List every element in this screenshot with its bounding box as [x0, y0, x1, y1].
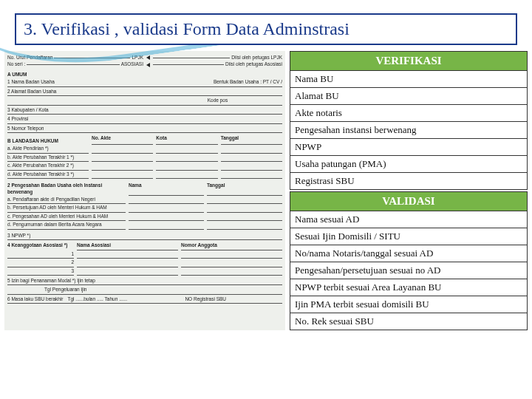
label: ASOSIASI [121, 61, 143, 67]
label: 2 Alamat Badan Usaha [7, 89, 57, 95]
label: 5 Izin bagi Penanaman Modal *) Ijin teta… [7, 278, 95, 284]
label: Bentuk Badan Usaha : PT / CV / [214, 79, 282, 85]
title-box: 3. Verifikasi , validasi Form Data Admin… [15, 13, 517, 45]
label: 1 Nama Badan Usaha [7, 79, 55, 85]
validasi-item: Ijin PMA terbit sesuai domisili BU [290, 296, 528, 313]
validasi-item: No/nama Notaris/tanggal sesuai AD [290, 245, 528, 262]
col-header: No. Akte [92, 134, 153, 145]
validasi-item: Sesuai Ijin Domisili / SITU [290, 228, 528, 245]
verifikasi-item: Registrasi SBU [290, 173, 528, 190]
label: No seri : [7, 61, 25, 67]
section-header: B LANDASAN HUKUM [7, 137, 89, 145]
validasi-header: VALIDASI [290, 191, 528, 211]
label: a. Akte Pendirian *) [7, 145, 89, 153]
verifikasi-item: Akte notaris [290, 105, 528, 122]
label: Tgl Pengeluaran ijin [44, 287, 86, 293]
label: 6 Masa laku SBU berakhir [7, 296, 64, 302]
label: NO Registrasi SBU [185, 296, 226, 302]
arrow-left-icon [146, 55, 150, 60]
label: Kode pos [208, 98, 228, 103]
label: a. Pendaftaran akte di Pengadilan Negeri [7, 196, 126, 204]
col-header: Tanggal [221, 134, 282, 145]
label: 2 Pengesahan Badan Usaha oleh Instansi b… [7, 182, 126, 196]
arrow-left-icon [146, 63, 150, 67]
input-box [179, 233, 282, 239]
label: d. Akte Perubahan Terakhir 3 *) [7, 171, 89, 179]
col-header: Nomor Anggota [181, 242, 282, 250]
col-header: Tanggal [207, 182, 282, 196]
label: 4 Provinsi [7, 116, 29, 122]
input-box [231, 296, 282, 302]
label: 3 NPWP *) [7, 233, 30, 239]
input-box [238, 98, 282, 103]
label: 4 Keanggotaan Asosiasi *) [7, 242, 74, 250]
col-header: Nama [129, 182, 204, 196]
label: 3 Kabupaten / Kota [7, 107, 49, 113]
label: b. Akte Perubahan Terakhir 1 *) [7, 154, 89, 162]
num: 1 [7, 250, 74, 259]
label: d. Pengumuman dalam Berita Acara Negara [7, 221, 126, 229]
label: 5 Nomor Telepon [7, 126, 44, 132]
col-header: Nama Asosiasi [77, 242, 178, 250]
label: Diisi oleh petugas LPJK [231, 55, 282, 61]
verifikasi-item: Pengesahan instansi berwenang [290, 122, 528, 139]
verifikasi-header: VERIFIKASI [290, 51, 528, 71]
validasi-item: NPWP terbit sesuai Area Layanan BU [290, 279, 528, 296]
col-header: Kota [156, 134, 217, 145]
validasi-item: No. Rek sesuai SBU [290, 313, 528, 330]
label: c. Akte Perubahan Terakhir 2 *) [7, 162, 89, 170]
verifikasi-item: Usaha patungan (PMA) [290, 156, 528, 173]
label: Diisi oleh petugas Asosiasi [225, 61, 282, 67]
verifikasi-item: NPWP [290, 139, 528, 156]
label: b. Persetujuan AD oleh Menteri Hukum & H… [7, 204, 126, 212]
num: 2 [7, 259, 74, 267]
verifikasi-item: Alamat BU [290, 88, 528, 105]
label: Tgl ......bulan ..... Tahun ...... [68, 296, 127, 302]
verifikasi-item: Nama BU [290, 71, 528, 88]
content: No. Urut PendaftaranLPJK No seri :ASOSIA… [4, 51, 528, 330]
num: 3 [7, 267, 74, 276]
label: c. Pengesahan AD oleh Menteri Hukum & HA… [7, 213, 126, 221]
validasi-item: Pengesahan/persetujuan sesuai no AD [290, 262, 528, 279]
side-panel: VERIFIKASI Nama BU Alamat BU Akte notari… [290, 51, 528, 330]
page-title: 3. Verifikasi , validasi Form Data Admin… [24, 19, 508, 39]
form-scan: No. Urut PendaftaranLPJK No seri :ASOSIA… [4, 51, 285, 330]
validasi-item: Nama sesuai AD [290, 211, 528, 228]
section-header: A UMUM [7, 72, 282, 78]
